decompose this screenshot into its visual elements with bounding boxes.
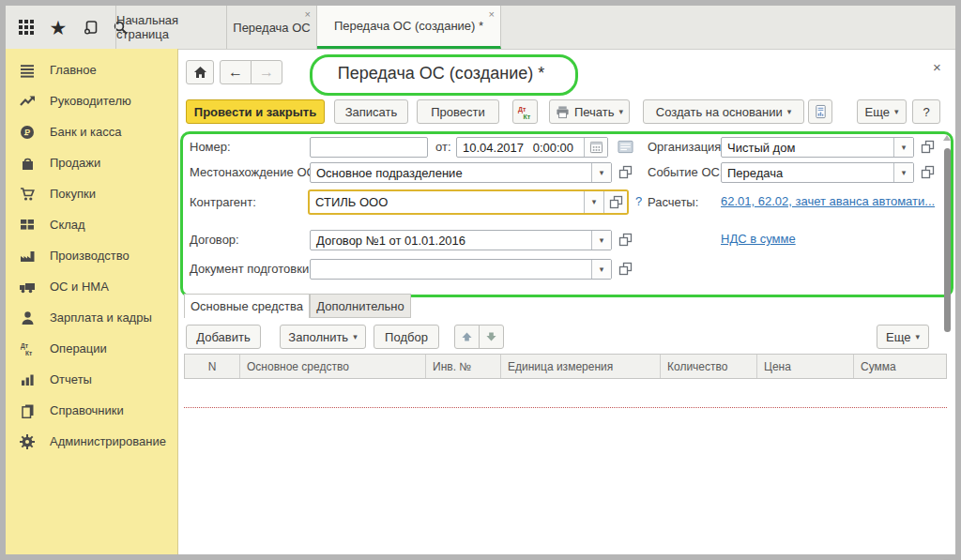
sidebar-item-directories[interactable]: Справочники: [6, 395, 177, 426]
print-button[interactable]: Печать ▾: [549, 99, 630, 124]
pick-button[interactable]: Подбор: [374, 325, 439, 349]
organization-value: Чистый дом: [722, 138, 893, 157]
date-list-button[interactable]: [618, 139, 633, 155]
more-button[interactable]: Еще ▾: [857, 99, 907, 124]
column-header-n[interactable]: N: [185, 355, 240, 378]
sidebar-item-reports[interactable]: Отчеты: [6, 364, 177, 395]
settlements-link[interactable]: 62.01, 62.02, зачет аванса автомати...: [721, 194, 946, 208]
tab-transfer-os-create[interactable]: Передача ОС (создание) * ×: [317, 6, 501, 49]
date-label: от:: [435, 137, 451, 158]
sidebar-item-label: Руководителю: [50, 94, 131, 108]
post-button[interactable]: Провести: [417, 99, 499, 124]
chevron-down-icon: ▾: [894, 108, 899, 116]
tab-label: Начальная страница: [116, 13, 226, 41]
form-close-icon[interactable]: ×: [933, 60, 941, 74]
grid-more-button[interactable]: Еще ▾: [877, 325, 929, 349]
fill-button[interactable]: Заполнить ▾: [280, 325, 366, 349]
sidebar-item-main[interactable]: Главное: [6, 54, 177, 85]
vertical-scrollbar[interactable]: [943, 135, 952, 548]
sidebar-item-label: Продажи: [50, 156, 100, 170]
dt-kt-button[interactable]: ДтКт: [512, 99, 538, 124]
counterparty-select[interactable]: СТИЛЬ ООО ▾: [308, 189, 629, 215]
add-label: Добавить: [196, 330, 250, 344]
list-icon: [618, 140, 633, 154]
sidebar-item-fixed-assets[interactable]: ОС и НМА: [6, 271, 177, 302]
sidebar-item-bank-cash[interactable]: Р Банк и касса: [6, 116, 177, 147]
dropdown-button[interactable]: ▾: [591, 260, 611, 279]
sidebar-item-label: Главное: [50, 63, 97, 77]
dropdown-button[interactable]: ▾: [893, 138, 913, 157]
document-report-button[interactable]: [808, 99, 832, 124]
contract-select[interactable]: Договор №1 от 01.01.2016 ▾: [310, 230, 612, 250]
sidebar-item-manager[interactable]: Руководителю: [6, 85, 177, 116]
tab-home-page[interactable]: Начальная страница: [115, 6, 227, 49]
sidebar-item-operations[interactable]: ДтКт Операции: [6, 333, 177, 364]
contract-open-button[interactable]: [618, 232, 633, 248]
move-down-button[interactable]: [479, 325, 504, 349]
sidebar-item-salary-hr[interactable]: Зарплата и кадры: [6, 302, 177, 333]
dropdown-button[interactable]: ▾: [893, 163, 913, 182]
sidebar-item-label: Производство: [50, 249, 130, 263]
tab-transfer-os[interactable]: Передача ОС ×: [227, 6, 317, 49]
counterparty-help-link[interactable]: ?: [635, 194, 642, 208]
add-row-button[interactable]: Добавить: [186, 325, 261, 349]
column-header-sum[interactable]: Сумма: [854, 355, 946, 378]
scrollbar-thumb[interactable]: [944, 148, 951, 332]
home-button[interactable]: [186, 60, 214, 84]
sidebar-item-production[interactable]: Производство: [6, 240, 177, 271]
column-header-inv-no[interactable]: Инв. №: [426, 355, 501, 378]
sidebar-item-warehouse[interactable]: Склад: [6, 209, 177, 240]
arrow-up-icon: [461, 331, 473, 342]
chevron-down-icon: ▾: [902, 169, 907, 177]
favorites-button[interactable]: ★: [45, 13, 71, 41]
tab-fixed-assets[interactable]: Основные средства: [184, 294, 310, 318]
forward-button[interactable]: →: [251, 60, 282, 84]
tab-close-icon[interactable]: ×: [305, 9, 311, 20]
dropdown-button[interactable]: ▾: [584, 191, 603, 213]
organization-open-button[interactable]: [920, 139, 936, 155]
counterparty-open-button[interactable]: [603, 191, 627, 213]
sidebar-item-purchases[interactable]: Покупки: [6, 178, 177, 209]
dropdown-button[interactable]: ▾: [591, 231, 611, 250]
back-button[interactable]: ←: [220, 60, 252, 84]
scroll-up-icon[interactable]: [943, 135, 951, 141]
save-button[interactable]: Записать: [334, 99, 408, 124]
calendar-button[interactable]: [584, 138, 607, 157]
tab-label: Основные средства: [191, 299, 303, 313]
preparation-select[interactable]: ▾: [310, 259, 612, 280]
post-and-close-button[interactable]: Провести и закрыть: [186, 99, 325, 124]
event-open-button[interactable]: [920, 164, 936, 180]
create-based-on-button[interactable]: Создать на основании ▾: [643, 99, 804, 124]
location-open-button[interactable]: [618, 164, 633, 180]
event-select[interactable]: Передача ▾: [721, 162, 914, 183]
column-header-unit[interactable]: Единица измерения: [501, 355, 661, 378]
help-button[interactable]: ?: [912, 99, 940, 124]
sidebar-item-sales[interactable]: Продажи: [6, 147, 177, 178]
app-window: ★ Начальная страница Передача ОС × Перед…: [0, 0, 961, 560]
printer-icon: [556, 105, 570, 119]
organization-select[interactable]: Чистый дом ▾: [721, 137, 914, 158]
svg-text:Кт: Кт: [524, 113, 531, 119]
number-input[interactable]: [310, 137, 428, 158]
chevron-down-icon: ▾: [353, 333, 358, 341]
tab-close-icon[interactable]: ×: [489, 9, 495, 20]
column-header-price[interactable]: Цена: [757, 355, 854, 378]
column-header-quantity[interactable]: Количество: [661, 355, 757, 378]
tab-label: Дополнительно: [316, 299, 404, 313]
sidebar-item-administration[interactable]: Администрирование: [6, 426, 177, 457]
location-select[interactable]: Основное подразделение ▾: [310, 162, 612, 183]
preparation-open-button[interactable]: [618, 261, 633, 277]
main-menu-button[interactable]: [13, 13, 39, 41]
dropdown-button[interactable]: ▾: [591, 163, 611, 182]
date-input[interactable]: 10.04.2017 0:00:00: [456, 137, 608, 158]
move-up-button[interactable]: [454, 325, 480, 349]
sidebar-item-label: Отчеты: [50, 372, 92, 386]
history-button[interactable]: [77, 13, 103, 41]
organization-label: Организация:: [648, 137, 725, 158]
chevron-down-icon: ▾: [592, 198, 597, 206]
tab-label: Передача ОС: [233, 21, 310, 35]
vat-link[interactable]: НДС в сумме: [721, 232, 796, 246]
tab-additional[interactable]: Дополнительно: [310, 294, 411, 318]
preparation-label: Документ подготовки:: [190, 259, 313, 280]
column-header-asset[interactable]: Основное средство: [240, 355, 426, 378]
